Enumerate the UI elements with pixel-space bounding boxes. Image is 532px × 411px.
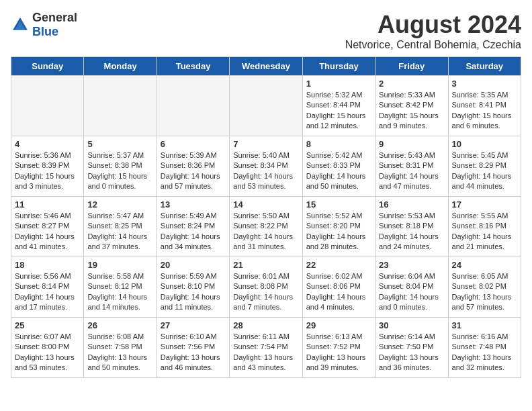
day-info: Sunrise: 5:55 AMSunset: 8:16 PMDaylight:… [452,211,517,253]
calendar-week-3: 11Sunrise: 5:46 AMSunset: 8:27 PMDayligh… [11,197,521,257]
calendar-cell: 1Sunrise: 5:32 AMSunset: 8:44 PMDaylight… [302,76,375,136]
calendar-cell: 30Sunrise: 6:14 AMSunset: 7:50 PMDayligh… [375,318,448,378]
day-number: 25 [15,320,80,330]
day-info: Sunrise: 5:47 AMSunset: 8:25 PMDaylight:… [87,211,152,253]
day-info: Sunrise: 5:52 AMSunset: 8:20 PMDaylight:… [306,211,371,253]
logo-icon [11,15,30,34]
calendar-cell [230,76,302,136]
calendar-cell: 23Sunrise: 6:04 AMSunset: 8:04 PMDayligh… [375,257,448,318]
day-number: 28 [233,320,298,330]
calendar-cell: 28Sunrise: 6:11 AMSunset: 7:54 PMDayligh… [230,318,302,378]
calendar-week-4: 18Sunrise: 5:56 AMSunset: 8:14 PMDayligh… [11,257,521,318]
day-info: Sunrise: 5:35 AMSunset: 8:41 PMDaylight:… [452,90,517,132]
day-number: 30 [379,320,444,330]
day-info: Sunrise: 5:36 AMSunset: 8:39 PMDaylight:… [15,150,80,192]
title-area: August 2024 Netvorice, Central Bohemia, … [345,11,521,51]
calendar-cell: 17Sunrise: 5:55 AMSunset: 8:16 PMDayligh… [448,197,521,257]
day-info: Sunrise: 6:04 AMSunset: 8:04 PMDaylight:… [379,271,444,313]
location-title: Netvorice, Central Bohemia, Czechia [345,39,521,51]
day-info: Sunrise: 5:45 AMSunset: 8:29 PMDaylight:… [452,150,517,192]
calendar-table: SundayMondayTuesdayWednesdayThursdayFrid… [11,56,521,378]
day-number: 14 [233,199,298,210]
calendar-week-2: 4Sunrise: 5:36 AMSunset: 8:39 PMDaylight… [11,136,521,197]
page-header: General Blue August 2024 Netvorice, Cent… [11,11,521,51]
calendar-cell: 11Sunrise: 5:46 AMSunset: 8:27 PMDayligh… [11,197,84,257]
day-info: Sunrise: 5:50 AMSunset: 8:22 PMDaylight:… [233,211,298,253]
day-info: Sunrise: 6:08 AMSunset: 7:58 PMDaylight:… [87,332,152,373]
calendar-cell: 5Sunrise: 5:37 AMSunset: 8:38 PMDaylight… [84,136,157,197]
day-number: 9 [379,139,444,149]
day-info: Sunrise: 5:43 AMSunset: 8:31 PMDaylight:… [379,150,444,192]
day-info: Sunrise: 5:53 AMSunset: 8:18 PMDaylight:… [379,211,444,253]
day-info: Sunrise: 5:46 AMSunset: 8:27 PMDaylight:… [15,211,80,253]
day-info: Sunrise: 5:32 AMSunset: 8:44 PMDaylight:… [306,90,371,132]
calendar-cell: 21Sunrise: 6:01 AMSunset: 8:08 PMDayligh… [230,257,302,318]
day-info: Sunrise: 5:58 AMSunset: 8:12 PMDaylight:… [87,271,152,313]
calendar-cell: 14Sunrise: 5:50 AMSunset: 8:22 PMDayligh… [230,197,302,257]
day-info: Sunrise: 5:37 AMSunset: 8:38 PMDaylight:… [87,150,152,192]
day-header-wednesday: Wednesday [230,57,302,76]
day-number: 23 [379,260,444,270]
calendar-cell [84,76,157,136]
logo: General Blue [11,11,77,39]
calendar-cell: 3Sunrise: 5:35 AMSunset: 8:41 PMDaylight… [448,76,521,136]
day-number: 18 [15,260,80,270]
calendar-cell: 20Sunrise: 5:59 AMSunset: 8:10 PMDayligh… [157,257,229,318]
day-info: Sunrise: 5:49 AMSunset: 8:24 PMDaylight:… [161,211,226,253]
day-number: 29 [306,320,371,330]
day-number: 4 [15,139,80,149]
day-number: 7 [233,139,298,149]
day-header-saturday: Saturday [448,57,521,76]
calendar-week-1: 1Sunrise: 5:32 AMSunset: 8:44 PMDaylight… [11,76,521,136]
calendar-header-row: SundayMondayTuesdayWednesdayThursdayFrid… [11,57,521,76]
calendar-cell: 7Sunrise: 5:40 AMSunset: 8:34 PMDaylight… [230,136,302,197]
day-number: 11 [15,199,80,210]
day-number: 16 [379,199,444,210]
day-number: 3 [452,79,517,89]
day-header-sunday: Sunday [11,57,84,76]
day-info: Sunrise: 5:40 AMSunset: 8:34 PMDaylight:… [233,150,298,192]
day-number: 6 [161,139,226,149]
day-header-thursday: Thursday [302,57,375,76]
month-title: August 2024 [345,11,521,39]
day-number: 21 [233,260,298,270]
day-info: Sunrise: 5:56 AMSunset: 8:14 PMDaylight:… [15,271,80,313]
day-number: 19 [87,260,152,270]
day-info: Sunrise: 6:11 AMSunset: 7:54 PMDaylight:… [233,332,298,373]
calendar-cell: 6Sunrise: 5:39 AMSunset: 8:36 PMDaylight… [157,136,229,197]
day-info: Sunrise: 5:59 AMSunset: 8:10 PMDaylight:… [161,271,226,313]
calendar-cell: 13Sunrise: 5:49 AMSunset: 8:24 PMDayligh… [157,197,229,257]
calendar-cell: 31Sunrise: 6:16 AMSunset: 7:48 PMDayligh… [448,318,521,378]
calendar-cell: 18Sunrise: 5:56 AMSunset: 8:14 PMDayligh… [11,257,84,318]
day-info: Sunrise: 6:13 AMSunset: 7:52 PMDaylight:… [306,332,371,373]
day-number: 31 [452,320,517,330]
day-info: Sunrise: 6:02 AMSunset: 8:06 PMDaylight:… [306,271,371,313]
calendar-cell: 9Sunrise: 5:43 AMSunset: 8:31 PMDaylight… [375,136,448,197]
day-number: 12 [87,199,152,210]
calendar-cell: 4Sunrise: 5:36 AMSunset: 8:39 PMDaylight… [11,136,84,197]
calendar-cell: 2Sunrise: 5:33 AMSunset: 8:42 PMDaylight… [375,76,448,136]
day-number: 20 [161,260,226,270]
calendar-cell: 8Sunrise: 5:42 AMSunset: 8:33 PMDaylight… [302,136,375,197]
calendar-cell: 15Sunrise: 5:52 AMSunset: 8:20 PMDayligh… [302,197,375,257]
day-number: 24 [452,260,517,270]
day-number: 8 [306,139,371,149]
day-number: 1 [306,79,371,89]
day-number: 15 [306,199,371,210]
day-info: Sunrise: 5:42 AMSunset: 8:33 PMDaylight:… [306,150,371,192]
day-header-tuesday: Tuesday [157,57,229,76]
calendar-cell: 19Sunrise: 5:58 AMSunset: 8:12 PMDayligh… [84,257,157,318]
day-number: 5 [87,139,152,149]
day-number: 22 [306,260,371,270]
day-number: 27 [161,320,226,330]
calendar-cell: 16Sunrise: 5:53 AMSunset: 8:18 PMDayligh… [375,197,448,257]
day-number: 13 [161,199,226,210]
day-header-friday: Friday [375,57,448,76]
calendar-cell: 22Sunrise: 6:02 AMSunset: 8:06 PMDayligh… [302,257,375,318]
calendar-cell: 10Sunrise: 5:45 AMSunset: 8:29 PMDayligh… [448,136,521,197]
calendar-week-5: 25Sunrise: 6:07 AMSunset: 8:00 PMDayligh… [11,318,521,378]
day-info: Sunrise: 6:05 AMSunset: 8:02 PMDaylight:… [452,271,517,313]
day-info: Sunrise: 5:33 AMSunset: 8:42 PMDaylight:… [379,90,444,132]
day-number: 17 [452,199,517,210]
calendar-cell: 25Sunrise: 6:07 AMSunset: 8:00 PMDayligh… [11,318,84,378]
